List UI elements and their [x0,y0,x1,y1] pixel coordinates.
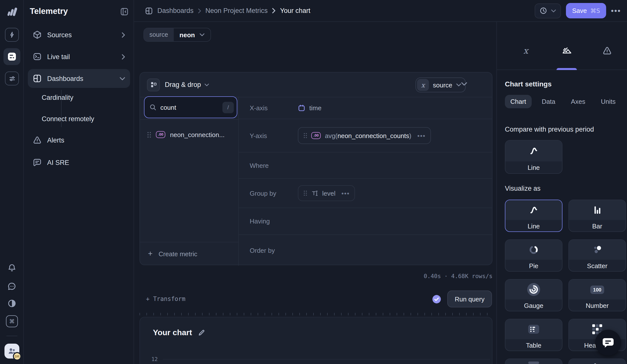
compare-line-label: Line [505,161,562,173]
icon-rail: ⌘ DR [0,0,24,364]
sidebar-item-live-tail[interactable]: Live tail [28,47,130,66]
x-axis-value[interactable]: time [298,104,321,112]
viz-card-log-partial[interactable] [505,359,563,364]
run-query-button[interactable]: Run query [447,291,492,307]
sidebar-item-label: Alerts [47,136,64,144]
metric-search-input[interactable]: count / [144,96,237,118]
compare-line-card[interactable]: Line [505,140,563,174]
viz-card-scatter[interactable]: Scatter [569,239,626,272]
viz-card-pie[interactable]: Pie [505,239,563,272]
viz-card-bar[interactable]: Bar [569,200,626,232]
viz-label: Number [569,300,626,311]
y-axis-pill[interactable]: .00 avg(neon_connection_counts) ••• [298,127,431,144]
x-axis-group-chip[interactable]: x source [416,77,466,92]
metric-list-item[interactable]: .00 neon_connection... [140,125,238,144]
viz-card-text-partial[interactable]: Aa [569,359,626,364]
sidebar-item-cardinality[interactable]: Cardinality [28,88,130,107]
viz-label: Scatter [569,260,626,272]
bell-icon [7,263,17,273]
viz-label: Bar [569,220,626,232]
breadcrumb-dashboards[interactable]: Dashboards [157,7,194,14]
rail-flash-button[interactable] [5,28,19,42]
app-logo[interactable] [5,5,18,18]
chevron-right-icon [122,32,125,38]
subtab-units[interactable]: Units [595,95,621,108]
subtab-chart[interactable]: Chart [505,95,532,108]
sidebar-item-label: Sources [47,31,72,39]
group-by-more-button[interactable]: ••• [342,189,350,197]
row-label: Having [250,217,270,225]
drag-handle-icon[interactable] [147,131,152,138]
theme-toggle-button[interactable] [7,299,17,308]
chat-square-icon [33,158,42,167]
save-label: Save [572,7,587,14]
group-by-pill[interactable]: level ••• [298,185,355,201]
panel-collapse-chevron-icon[interactable] [461,82,467,86]
group-by-field: level [322,189,336,197]
tab-chart-settings-active[interactable] [562,46,572,56]
subtab-data[interactable]: Data [536,95,561,108]
sidebar-item-dashboards[interactable]: Dashboards [28,69,130,88]
y-axis-more-button[interactable]: ••• [417,132,425,139]
search-query-text: count [160,104,222,111]
query-row-group-by: Group by level ••• [239,179,492,208]
line-chart-icon [528,147,540,156]
collapse-panel-icon [120,7,129,16]
area-chart-icon [562,46,572,56]
viz-card-number[interactable]: 100 Number [569,279,626,311]
sidebar-item-connect-remotely[interactable]: Connect remotely [28,109,130,128]
row-label: X-axis [250,104,267,112]
subtab-axes[interactable]: Axes [566,95,591,108]
builder-mode-label[interactable]: Drag & drop [165,81,201,88]
command-icon: ⌘ [9,318,15,324]
tab-alerts[interactable] [602,46,612,55]
breadcrumb-dashboard-name[interactable]: Neon Project Metrics [206,7,268,14]
sidebar-item-label: Dashboards [47,75,83,82]
search-icon [150,104,157,111]
cube-icon [33,30,42,39]
query-row-having[interactable]: Having [239,208,492,235]
viz-card-table[interactable]: Table [505,319,563,351]
blocks-icon [150,81,157,88]
query-row-order-by[interactable]: Order by [239,235,492,266]
aggregation-close: ) [409,132,412,140]
row-label: Y-axis [250,132,267,139]
sidebar-collapse-button[interactable] [120,7,129,16]
query-stats: 0.40s · 4.68K rows/s [140,273,492,280]
viz-card-line[interactable]: Line [505,200,563,232]
sidebar-item-alerts[interactable]: Alerts [28,131,130,150]
filter-value-dropdown[interactable]: neon [173,28,210,41]
add-transform-button[interactable]: + Transform [146,296,185,303]
filter-key-label: source [144,28,173,41]
contrast-icon [7,299,17,308]
support-chat-button[interactable] [595,330,621,356]
time-range-button[interactable] [535,3,561,18]
viz-label: Gauge [505,300,562,311]
search-shortcut-badge: / [222,102,234,113]
tab-variables[interactable]: x [523,46,528,56]
drag-handle-icon[interactable] [303,190,307,196]
gauge-icon [527,283,540,296]
keyboard-shortcuts-button[interactable]: ⌘ [6,315,18,327]
source-filter[interactable]: source neon [144,28,211,42]
save-button[interactable]: Save ⌘S [566,3,606,18]
query-builder-header: Drag & drop x source [140,72,492,97]
notifications-button[interactable] [7,263,17,273]
sidebar-item-sources[interactable]: Sources [28,25,130,44]
edit-pencil-icon[interactable] [198,329,205,336]
sidebar-item-ai-sre[interactable]: AI SRE [28,153,130,172]
feedback-button[interactable] [7,282,17,292]
builder-mode-button[interactable] [147,78,160,91]
query-row-where[interactable]: Where [239,153,492,179]
app-title: Telemetry [30,6,68,16]
rail-query-builder-button-active[interactable] [3,48,20,65]
sliders-icon [8,75,16,82]
viz-card-gauge[interactable]: Gauge [505,279,563,311]
rail-settings-button[interactable] [5,71,19,85]
create-metric-button[interactable]: + Create metric [148,242,197,266]
row-label: Order by [250,247,275,254]
y-axis-tick-label: 12 [152,356,157,362]
more-menu-button[interactable]: ••• [611,6,621,15]
drag-handle-icon[interactable] [303,133,307,139]
chevron-down-icon [456,83,461,86]
